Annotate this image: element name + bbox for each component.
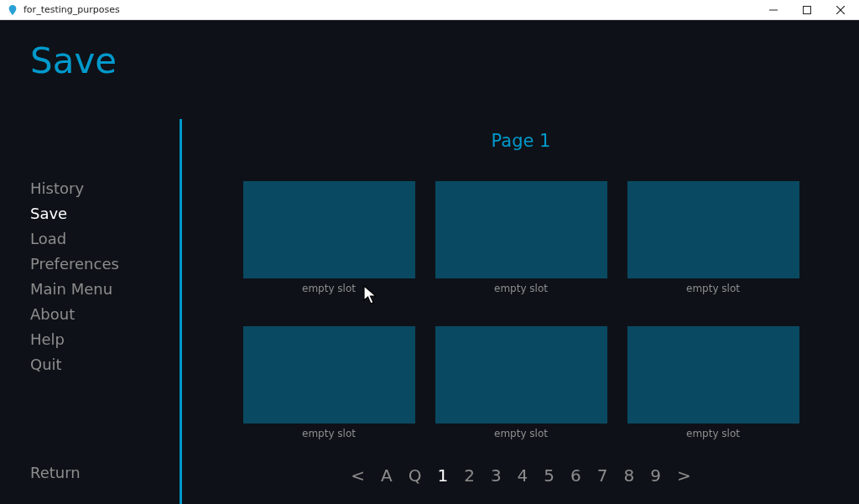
nav-item-return[interactable]: Return: [30, 464, 81, 481]
pager-next[interactable]: >: [677, 465, 691, 486]
save-slot-label: empty slot: [302, 428, 356, 439]
save-slot-4[interactable]: empty slot: [243, 326, 415, 439]
save-slot-thumbnail: [627, 181, 799, 278]
window-close-button[interactable]: [824, 0, 857, 20]
vertical-divider: [180, 119, 182, 504]
pager-item-7[interactable]: 7: [597, 465, 608, 486]
save-slot-6[interactable]: empty slot: [627, 326, 799, 439]
pager-item-2[interactable]: 2: [464, 465, 475, 486]
page-label: Page 1: [183, 131, 859, 151]
svg-rect-1: [804, 6, 811, 13]
pager-item-a[interactable]: A: [381, 465, 393, 486]
app-window: for_testing_purposes Save HistorySaveLoa…: [0, 0, 859, 504]
pager-item-1[interactable]: 1: [437, 465, 448, 486]
save-slot-label: empty slot: [686, 428, 740, 439]
save-slot-grid: empty slotempty slotempty slotempty slot…: [183, 181, 859, 439]
save-slot-label: empty slot: [494, 428, 548, 439]
save-slot-thumbnail: [243, 181, 415, 278]
screen-title: Save: [30, 40, 117, 81]
game-viewport: Save HistorySaveLoadPreferencesMain Menu…: [0, 20, 859, 504]
pager-item-4[interactable]: 4: [518, 465, 528, 486]
pager-item-8[interactable]: 8: [624, 465, 635, 486]
save-slot-label: empty slot: [686, 283, 740, 294]
content-area: Page 1 empty slotempty slotempty slotemp…: [183, 119, 859, 504]
save-slot-1[interactable]: empty slot: [243, 181, 415, 294]
nav-item-main-menu[interactable]: Main Menu: [30, 280, 119, 298]
pager-item-3[interactable]: 3: [491, 465, 502, 486]
pager-item-9[interactable]: 9: [650, 465, 661, 486]
save-slot-2[interactable]: empty slot: [435, 181, 607, 294]
save-slot-thumbnail: [435, 326, 607, 423]
nav-item-save[interactable]: Save: [30, 205, 119, 222]
pager-item-5[interactable]: 5: [544, 465, 554, 486]
nav-list: HistorySaveLoadPreferencesMain MenuAbout…: [30, 179, 119, 373]
nav-item-preferences[interactable]: Preferences: [30, 255, 119, 273]
save-slot-thumbnail: [435, 181, 607, 278]
pager-prev[interactable]: <: [351, 465, 365, 486]
pager: <AQ123456789>: [183, 465, 859, 486]
pager-item-q[interactable]: Q: [409, 465, 422, 486]
save-slot-thumbnail: [243, 326, 415, 423]
nav-item-help[interactable]: Help: [30, 330, 119, 348]
window-minimize-button[interactable]: [757, 0, 790, 20]
pager-item-6[interactable]: 6: [570, 465, 581, 486]
nav-item-about[interactable]: About: [30, 305, 119, 323]
save-slot-3[interactable]: empty slot: [627, 181, 799, 294]
save-slot-5[interactable]: empty slot: [435, 326, 607, 439]
nav-item-history[interactable]: History: [30, 179, 119, 197]
save-slot-thumbnail: [627, 326, 799, 423]
save-slot-label: empty slot: [302, 283, 356, 294]
save-slot-label: empty slot: [494, 283, 548, 294]
app-icon: [7, 4, 18, 16]
window-title: for_testing_purposes: [23, 4, 757, 15]
nav-item-load[interactable]: Load: [30, 230, 119, 247]
window-maximize-button[interactable]: [790, 0, 824, 20]
title-bar: for_testing_purposes: [0, 0, 859, 20]
nav-item-quit[interactable]: Quit: [30, 356, 119, 373]
